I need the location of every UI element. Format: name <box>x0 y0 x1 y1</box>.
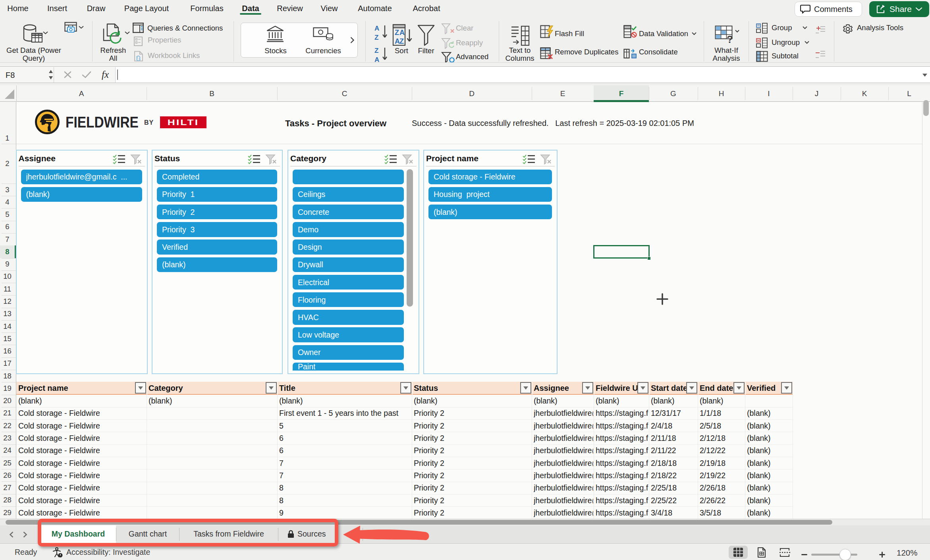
svg-text:Z: Z <box>399 37 404 45</box>
svg-text:A: A <box>399 29 405 37</box>
svg-text:A: A <box>374 56 379 63</box>
svg-text:?: ? <box>727 33 733 44</box>
svg-text:Z: Z <box>374 47 378 54</box>
svg-text:Z: Z <box>374 34 378 41</box>
svg-text:A: A <box>374 25 379 32</box>
svg-text:Z: Z <box>395 29 399 37</box>
